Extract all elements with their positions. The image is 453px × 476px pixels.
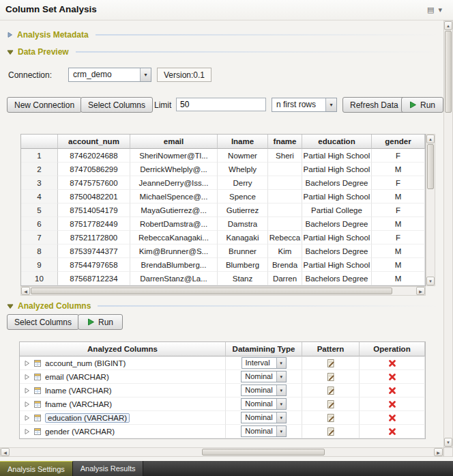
- analyzed-row[interactable]: email (VARCHAR) Nominal ▾: [20, 370, 425, 384]
- tab-analysis-results[interactable]: Analysis Results: [73, 461, 144, 476]
- preview-row[interactable]: 1 87462024688 SheriNowmer@Tl... Nowmer S…: [21, 149, 425, 163]
- column-header-datamining-type[interactable]: Datamining Type: [226, 342, 302, 356]
- section-header-analysis-metadata[interactable]: Analysis Metadata: [7, 28, 438, 42]
- scrollbar-thumb[interactable]: [202, 449, 325, 456]
- scroll-down-arrow[interactable]: ▼: [444, 438, 452, 447]
- new-connection-button[interactable]: New Connection: [7, 97, 82, 113]
- column-header-lname[interactable]: lname: [218, 135, 268, 149]
- delete-operation-icon[interactable]: [388, 428, 396, 436]
- preview-table-vscrollbar[interactable]: ▲ ▼: [426, 134, 435, 286]
- column-header-education[interactable]: education: [302, 135, 372, 149]
- scrollbar-thumb[interactable]: [31, 288, 392, 294]
- pattern-icon[interactable]: [326, 413, 335, 423]
- preview-row[interactable]: 4 87500482201 MichaelSpence@... Spence P…: [21, 190, 425, 204]
- pattern-icon[interactable]: [326, 400, 335, 409]
- refresh-data-button[interactable]: Refresh Data: [342, 97, 406, 113]
- column-header-operation[interactable]: Operation: [360, 342, 425, 356]
- datamining-type-combobox[interactable]: Nominal ▾: [241, 425, 286, 437]
- column-header-email[interactable]: email: [130, 135, 218, 149]
- delete-operation-icon[interactable]: [388, 387, 396, 395]
- datamining-type-combobox[interactable]: Interval ▾: [242, 357, 287, 369]
- preview-cell: Kim@Brunner@S...: [130, 244, 218, 258]
- column-header-account-num[interactable]: account_num: [58, 135, 130, 149]
- preview-row[interactable]: 10 87568712234 DarrenStanz@La... Stanz D…: [21, 272, 425, 285]
- editor-hscrollbar[interactable]: ◀ ▶: [0, 447, 443, 457]
- analyzed-run-button[interactable]: Run: [78, 314, 123, 330]
- analyzed-row-selected[interactable]: education (VARCHAR) Nominal ▾: [20, 411, 425, 425]
- chevron-down-icon[interactable]: ▾: [140, 68, 151, 81]
- preview-row[interactable]: 5 87514054179 MayaGutierrez@... Gutierre…: [21, 204, 425, 217]
- chevron-down-icon[interactable]: ▾: [276, 399, 286, 409]
- delete-operation-icon[interactable]: [388, 359, 396, 367]
- column-header-rownum[interactable]: [21, 135, 58, 149]
- expand-icon[interactable]: [24, 387, 30, 394]
- expand-icon[interactable]: [24, 401, 30, 408]
- expand-icon[interactable]: [24, 374, 30, 380]
- preview-table-hscrollbar[interactable]: ◀ ▶: [20, 286, 426, 296]
- delete-operation-icon[interactable]: [388, 400, 396, 408]
- scroll-up-arrow[interactable]: ▲: [426, 135, 435, 143]
- delete-operation-icon[interactable]: [388, 373, 396, 381]
- section-header-data-preview[interactable]: Data Preview: [7, 45, 438, 59]
- select-columns-button[interactable]: Select Columns: [81, 97, 153, 113]
- analyzed-row[interactable]: fname (VARCHAR) Nominal ▾: [20, 397, 425, 411]
- scrollbar-thumb[interactable]: [445, 31, 452, 113]
- expand-icon[interactable]: [24, 360, 30, 367]
- data-preview-table: account_num email lname fname education …: [20, 134, 426, 286]
- view-menu-icon[interactable]: ▤: [427, 5, 434, 14]
- twistie-expanded-icon[interactable]: [7, 303, 14, 309]
- datamining-type-combobox[interactable]: Nominal ▾: [241, 371, 286, 382]
- chevron-down-icon[interactable]: ▾: [276, 358, 286, 368]
- pattern-icon[interactable]: [326, 372, 335, 382]
- delete-operation-icon[interactable]: [388, 414, 396, 422]
- connection-combobox[interactable]: crm_demo ▾: [68, 68, 151, 82]
- column-header-gender[interactable]: gender: [372, 135, 425, 149]
- run-button[interactable]: Run: [401, 97, 443, 113]
- preview-cell: Bachelors Degree: [302, 272, 372, 285]
- column-header-analyzed-columns[interactable]: Analyzed Columns: [20, 342, 226, 356]
- datamining-type-combobox[interactable]: Nominal ▾: [241, 398, 286, 410]
- scrollbar-thumb[interactable]: [427, 144, 434, 189]
- chevron-down-icon[interactable]: ▾: [438, 5, 442, 14]
- pattern-icon[interactable]: [326, 359, 335, 368]
- datamining-type-combobox[interactable]: Nominal ▾: [241, 412, 286, 423]
- scroll-left-arrow[interactable]: ◀: [21, 287, 30, 295]
- tab-analysis-settings[interactable]: Analysis Settings: [0, 461, 73, 476]
- preview-cell: [268, 163, 302, 176]
- scroll-down-arrow[interactable]: ▼: [426, 277, 435, 285]
- datamining-type-combobox[interactable]: Nominal ▾: [241, 384, 286, 396]
- pattern-icon[interactable]: [326, 427, 335, 436]
- pattern-icon[interactable]: [326, 386, 335, 395]
- chevron-down-icon[interactable]: ▾: [276, 372, 286, 382]
- scroll-left-arrow[interactable]: ◀: [1, 448, 10, 456]
- analyzed-select-columns-button[interactable]: Select Columns: [7, 314, 79, 330]
- chevron-down-icon[interactable]: ▾: [276, 426, 286, 436]
- row-mode-combobox[interactable]: n first rows ▾: [272, 98, 337, 112]
- preview-row[interactable]: 7 87521172800 RebeccaKanagaki... Kanagak…: [21, 231, 425, 244]
- limit-input[interactable]: [176, 98, 266, 111]
- row-number: 3: [21, 176, 58, 190]
- preview-row[interactable]: 3 87475757600 JeanneDerry@Iss... Derry B…: [21, 176, 425, 190]
- chevron-down-icon[interactable]: ▾: [276, 385, 286, 395]
- column-header-fname[interactable]: fname: [268, 135, 302, 149]
- scroll-right-arrow[interactable]: ▶: [416, 287, 425, 295]
- column-header-pattern[interactable]: Pattern: [302, 342, 360, 356]
- expand-icon[interactable]: [24, 428, 30, 435]
- editor-vscrollbar[interactable]: ▲ ▼: [443, 20, 453, 447]
- section-header-analyzed-columns[interactable]: Analyzed Columns: [7, 299, 438, 313]
- chevron-down-icon[interactable]: ▾: [325, 98, 336, 111]
- analyzed-row[interactable]: gender (VARCHAR) Nominal ▾: [20, 425, 425, 438]
- preview-row[interactable]: 6 87517782449 RobertDamstra@... Damstra …: [21, 217, 425, 231]
- scroll-right-arrow[interactable]: ▶: [434, 448, 443, 456]
- expand-icon[interactable]: [24, 415, 30, 421]
- twistie-expanded-icon[interactable]: [7, 49, 14, 55]
- preview-row[interactable]: 2 87470586299 DerrickWhelply@... Whelply…: [21, 163, 425, 176]
- preview-row[interactable]: 9 87544797658 BrendaBlumberg... Blumberg…: [21, 258, 425, 272]
- analyzed-row[interactable]: account_num (BIGINT) Interval ▾: [20, 356, 425, 370]
- chevron-down-icon[interactable]: ▾: [276, 412, 286, 423]
- twistie-collapsed-icon[interactable]: [7, 31, 13, 38]
- analyzed-row[interactable]: lname (VARCHAR) Nominal ▾: [20, 384, 425, 397]
- preview-cell: 87539744377: [58, 244, 130, 258]
- scroll-up-arrow[interactable]: ▲: [444, 21, 452, 30]
- preview-row[interactable]: 8 87539744377 Kim@Brunner@S... Brunner K…: [21, 244, 425, 258]
